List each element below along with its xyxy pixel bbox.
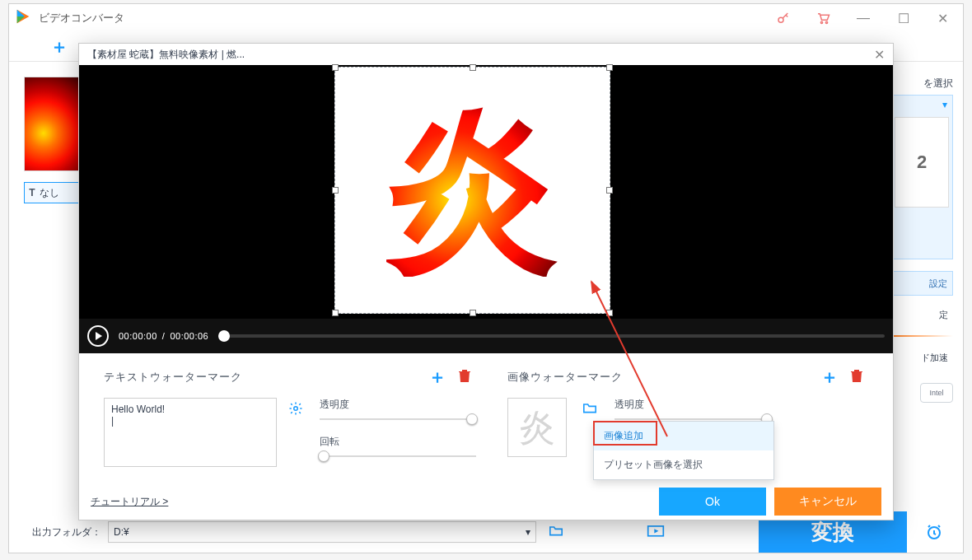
slider-knob[interactable] <box>318 450 329 462</box>
image-opacity-label: 透明度 <box>615 398 868 412</box>
text-settings-button[interactable] <box>288 401 303 467</box>
app-title: ビデオコンバータ <box>39 11 768 26</box>
svg-point-4 <box>820 21 822 23</box>
resize-handle[interactable] <box>606 64 613 71</box>
play-button[interactable] <box>87 325 109 347</box>
close-button[interactable]: ✕ <box>928 7 958 30</box>
titlebar: ビデオコンバータ — ☐ ✕ <box>9 4 963 32</box>
key-icon[interactable] <box>768 6 799 30</box>
resize-handle[interactable] <box>470 64 476 71</box>
seek-track[interactable] <box>218 334 885 338</box>
app-logo-icon <box>14 7 32 29</box>
dropdown-item-preset[interactable]: プリセット画像を選択 <box>594 450 773 479</box>
watermark-frame[interactable]: 炎 <box>334 67 610 314</box>
add-file-button[interactable]: ＋ <box>50 35 68 59</box>
watermark-text-value: Hello World! <box>111 404 165 415</box>
settings-button-2[interactable]: 定 <box>890 302 953 327</box>
delete-text-watermark-button[interactable] <box>453 368 476 387</box>
svg-point-8 <box>294 407 298 411</box>
slider-knob[interactable] <box>466 413 478 425</box>
resize-handle[interactable] <box>332 64 339 71</box>
rotate-label: 回転 <box>320 435 476 449</box>
watermark-glyph-preview: 炎 <box>519 404 555 452</box>
time-display: 00:00:00 / 00:00:06 <box>119 331 208 341</box>
opacity-slider[interactable] <box>320 418 476 420</box>
schedule-icon[interactable] <box>914 511 955 553</box>
cancel-button[interactable]: キャンセル <box>774 488 881 516</box>
text-icon: T <box>25 187 40 198</box>
output-folder-label: 出力フォルダ： <box>32 525 101 539</box>
svg-point-5 <box>825 21 827 23</box>
time-separator: / <box>162 331 166 341</box>
text-watermark-title: テキストウォーターマーク <box>104 370 422 385</box>
image-watermark-thumbnail[interactable]: 炎 <box>507 398 567 457</box>
watermark-text-input[interactable]: Hello World!| <box>104 398 277 467</box>
svg-marker-1 <box>17 10 25 16</box>
format-badge: 2 <box>895 117 949 208</box>
ok-button[interactable]: Ok <box>659 488 766 516</box>
hw-accel-label: ド加速 <box>890 345 953 370</box>
text-watermark-panel: テキストウォーターマーク ＋ Hello World!| 透明度 <box>104 365 476 477</box>
resize-handle[interactable] <box>606 187 613 194</box>
separator-icon <box>890 335 953 337</box>
resize-handle[interactable] <box>470 310 476 316</box>
callout-highlight <box>593 421 657 446</box>
settings-button-1[interactable]: 設定 <box>890 271 953 296</box>
seek-knob[interactable] <box>218 330 230 342</box>
editor-header: 【素材屋 蛇蔵】無料映像素材 | 燃... ✕ <box>79 44 893 65</box>
intel-badge: Intel <box>920 383 953 403</box>
opacity-label: 透明度 <box>320 398 476 412</box>
open-media-folder-icon[interactable] <box>642 523 670 542</box>
output-folder-select[interactable]: D:¥ ▾ <box>108 521 536 543</box>
preview-area: 炎 <box>79 65 893 319</box>
output-folder-path: D:¥ <box>114 526 129 538</box>
add-text-watermark-button[interactable]: ＋ <box>422 365 453 390</box>
image-opacity-slider[interactable] <box>615 418 771 420</box>
watermark-editor-dialog: 【素材屋 蛇蔵】無料映像素材 | 燃... ✕ 炎 00:00:00 / 00:… <box>78 43 894 520</box>
image-watermark-title: 画像ウォーターマーク <box>507 370 814 385</box>
delete-image-watermark-button[interactable] <box>845 368 868 387</box>
watermark-image: 炎 <box>386 104 559 277</box>
svg-point-3 <box>778 17 783 22</box>
chevron-down-icon: ▾ <box>526 526 530 538</box>
maximize-button[interactable]: ☐ <box>888 7 919 30</box>
editor-footer: チュートリアル > Ok キャンセル <box>79 483 893 520</box>
panel-area: テキストウォーターマーク ＋ Hello World!| 透明度 <box>79 353 893 483</box>
title-actions: — ☐ ✕ <box>768 6 958 30</box>
resize-handle[interactable] <box>332 187 339 194</box>
time-current: 00:00:00 <box>119 331 157 341</box>
tutorial-link[interactable]: チュートリアル > <box>91 495 168 509</box>
image-watermark-panel: 画像ウォーターマーク ＋ 炎 透明度 <box>507 365 868 477</box>
open-folder-icon[interactable] <box>543 524 569 541</box>
resize-handle[interactable] <box>606 310 613 316</box>
minimize-button[interactable]: — <box>847 7 880 29</box>
time-total: 00:00:06 <box>170 331 208 341</box>
rotate-slider[interactable] <box>320 455 476 457</box>
editor-close-button[interactable]: ✕ <box>874 47 885 63</box>
resize-handle[interactable] <box>332 310 339 316</box>
transport-bar: 00:00:00 / 00:00:06 <box>79 319 893 353</box>
editor-title: 【素材屋 蛇蔵】無料映像素材 | 燃... <box>87 48 245 62</box>
subtitle-value: なし <box>40 186 59 200</box>
format-box[interactable]: ▾ 2 <box>890 95 953 259</box>
cart-icon[interactable] <box>807 6 839 30</box>
chevron-down-icon: ▾ <box>942 99 947 110</box>
add-image-watermark-button[interactable]: ＋ <box>814 365 845 390</box>
